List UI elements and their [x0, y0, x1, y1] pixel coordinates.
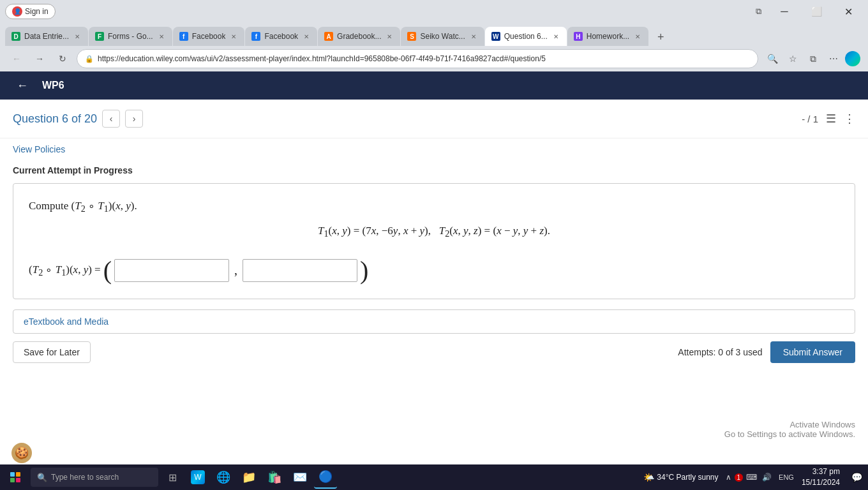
- etextbook-button[interactable]: eTextbook and Media: [13, 309, 855, 334]
- tab-label-gradebook: Gradebook...: [337, 32, 381, 41]
- prev-question-button[interactable]: ‹: [102, 110, 120, 128]
- tab-label-forms: Forms - Go...: [108, 32, 153, 41]
- tab-close-seiko[interactable]: ✕: [469, 32, 478, 41]
- search-icon[interactable]: 🔍: [763, 50, 781, 68]
- list-icon[interactable]: ☰: [826, 112, 836, 126]
- bottom-right-actions: Attempts: 0 of 3 used Submit Answer: [678, 341, 855, 363]
- taskbar: 🔍 Type here to search ⊞ W 🌐 📁 🛍️ ✉️ 🔵 🌤️…: [0, 464, 868, 490]
- save-for-later-button[interactable]: Save for Later: [13, 341, 91, 363]
- clock-date: 15/11/2024: [802, 477, 840, 488]
- tab-question[interactable]: W Question 6... ✕: [485, 27, 567, 46]
- forward-nav-button[interactable]: →: [31, 50, 49, 68]
- weather-widget[interactable]: 🌤️ 34°C Partly sunny: [643, 472, 718, 482]
- main-content: Question 6 of 20 ‹ › - / 1 ☰ ⋮ View Poli…: [0, 100, 868, 464]
- lock-icon: 🔒: [85, 55, 94, 63]
- url-text: https://education.wiley.com/was/ui/v2/as…: [98, 54, 546, 63]
- header-right: - / 1 ☰ ⋮: [802, 112, 855, 126]
- file-explorer-icon: 📁: [242, 470, 256, 484]
- edge-taskbar-button[interactable]: 🌐: [212, 466, 235, 489]
- ms-store-button[interactable]: 🛍️: [263, 466, 286, 489]
- tab-data-entries[interactable]: D Data Entrie... ✕: [5, 27, 88, 46]
- up-arrow-icon[interactable]: ∧: [724, 473, 733, 482]
- activate-windows-message: Activate Windows Go to Settings to activ…: [724, 420, 855, 439]
- language-indicator[interactable]: ENG: [779, 473, 794, 481]
- sign-in-button[interactable]: 👤 Data Entrie... Sign in: [5, 4, 56, 19]
- tab-close-homework[interactable]: ✕: [633, 32, 642, 41]
- edge-profile-icon[interactable]: [845, 51, 860, 66]
- keyboard-icon[interactable]: ⌨: [744, 473, 759, 482]
- tab-label-fb2: Facebook: [264, 32, 298, 41]
- wiley-back-button[interactable]: ←: [13, 76, 32, 95]
- mail-button[interactable]: ✉️: [288, 466, 311, 489]
- task-view-button[interactable]: ⊞: [161, 466, 184, 489]
- cookie-consent-icon[interactable]: 🍪: [11, 443, 32, 463]
- tab-close-forms[interactable]: ✕: [157, 32, 166, 41]
- widgets-button[interactable]: W: [186, 466, 209, 489]
- clock-widget[interactable]: 3:37 pm 15/11/2024: [799, 466, 842, 488]
- wiley-title: WP6: [42, 80, 64, 91]
- tab-facebook-1[interactable]: f Facebook ✕: [173, 27, 245, 46]
- speaker-icon[interactable]: 🔊: [760, 473, 774, 482]
- question-box: Compute (T2 ∘ T1)(x, y). T1(x, y) = (7x,…: [13, 183, 855, 299]
- address-bar: ← → ↻ 🔒 https://education.wiley.com/was/…: [0, 46, 868, 71]
- tab-favicon-homework: H: [574, 32, 583, 41]
- ms-store-icon: 🛍️: [267, 470, 281, 484]
- tab-favicon-forms: F: [95, 32, 104, 41]
- view-policies-link[interactable]: View Policies: [13, 144, 65, 154]
- tab-forms[interactable]: F Forms - Go... ✕: [89, 27, 172, 46]
- tab-gradebook[interactable]: A Gradebook... ✕: [318, 27, 400, 46]
- tab-homework[interactable]: H Homework... ✕: [567, 27, 648, 46]
- notification-badge[interactable]: 1: [735, 473, 744, 482]
- notification-center-button[interactable]: 💬: [848, 468, 865, 486]
- clock-time: 3:37 pm: [802, 466, 840, 477]
- more-options-button[interactable]: ⋮: [844, 112, 855, 126]
- refresh-button[interactable]: ↻: [54, 50, 71, 68]
- taskbar-search-icon: 🔍: [37, 473, 47, 482]
- windows-logo-icon: [10, 472, 20, 482]
- tab-seiko[interactable]: S Seiko Watc... ✕: [401, 27, 484, 46]
- tab-label-seiko: Seiko Watc...: [420, 32, 465, 41]
- submit-answer-button[interactable]: Submit Answer: [770, 341, 855, 363]
- tab-close-fb2[interactable]: ✕: [302, 32, 311, 41]
- answer-input-2[interactable]: [243, 259, 357, 282]
- system-icons: ∧ 1 ⌨ 🔊: [724, 473, 774, 482]
- tab-favicon-fb2: f: [251, 32, 260, 41]
- favorites-icon[interactable]: ☆: [784, 50, 802, 68]
- maximize-button[interactable]: ⬜: [802, 1, 831, 22]
- new-tab-button[interactable]: +: [652, 28, 670, 46]
- answer-input-1[interactable]: [114, 259, 229, 282]
- sign-in-label: Sign in: [25, 7, 49, 16]
- activate-windows-line1: Activate Windows: [724, 420, 855, 429]
- next-question-button[interactable]: ›: [125, 110, 143, 128]
- chrome-button[interactable]: 🔵: [314, 466, 337, 489]
- file-explorer-button[interactable]: 📁: [237, 466, 260, 489]
- answer-row: (T2 ∘ T1)(x, y) = ( , ): [29, 253, 839, 283]
- avatar-icon: 👤: [12, 6, 22, 17]
- tab-close-fb1[interactable]: ✕: [229, 32, 238, 41]
- tab-strip-icon[interactable]: ⧉: [749, 3, 767, 20]
- tab-label-question: Question 6...: [504, 32, 548, 41]
- more-options-icon[interactable]: ⋯: [825, 50, 842, 68]
- tab-close-data-entries[interactable]: ✕: [73, 32, 82, 41]
- bottom-bar: Save for Later Attempts: 0 of 3 used Sub…: [0, 334, 868, 371]
- formula-line: T1(x, y) = (7x, −6y, x + y), T2(x, y, z)…: [29, 225, 839, 239]
- back-nav-button[interactable]: ←: [8, 50, 26, 68]
- tab-close-question[interactable]: ✕: [551, 32, 560, 41]
- minimize-button[interactable]: ─: [770, 1, 799, 22]
- question-score: - / 1: [802, 114, 818, 124]
- tab-favicon-gradebook: A: [324, 32, 333, 41]
- tab-groups-icon[interactable]: ⧉: [804, 50, 822, 68]
- tabs-bar: D Data Entrie... ✕ F Forms - Go... ✕ f F…: [0, 23, 868, 46]
- taskbar-search-box[interactable]: 🔍 Type here to search: [31, 468, 158, 487]
- tab-close-gradebook[interactable]: ✕: [385, 32, 394, 41]
- system-tray: 🌤️ 34°C Partly sunny ∧ 1 ⌨ 🔊 ENG 3:37 pm…: [643, 466, 865, 488]
- tab-facebook-2[interactable]: f Facebook ✕: [245, 27, 317, 46]
- edge-taskbar-icon: 🌐: [216, 470, 230, 484]
- tab-label-fb1: Facebook: [192, 32, 226, 41]
- url-bar[interactable]: 🔒 https://education.wiley.com/was/ui/v2/…: [77, 49, 758, 68]
- mail-icon: ✉️: [293, 470, 307, 484]
- close-button[interactable]: ✕: [834, 1, 863, 22]
- start-button[interactable]: [3, 466, 28, 489]
- weather-text: 34°C Partly sunny: [657, 473, 718, 482]
- tab-favicon-question: W: [491, 32, 500, 41]
